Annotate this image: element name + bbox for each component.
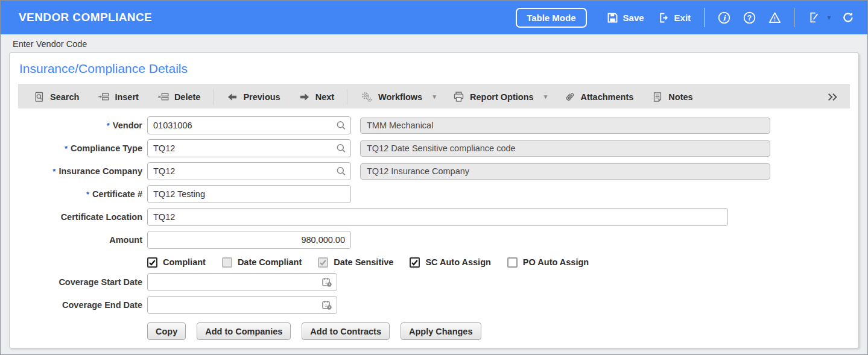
coverage-end-date-picker-icon[interactable]: 1 [321,299,333,311]
vendor-compliance-window: VENDOR COMPLIANCE Table Mode Save Exit i [0,0,868,355]
exit-button[interactable]: Exit [653,9,696,27]
certificate-number-input[interactable] [147,185,351,203]
report-options-button[interactable]: Report Options [443,85,543,108]
insurance-company-display: TQ12 Insurance Company [360,163,770,180]
amount-input[interactable] [147,231,351,249]
report-options-dropdown-caret[interactable]: ▼ [543,93,555,100]
checkbox-compliant[interactable]: Compliant [147,257,206,268]
next-arrow-icon [299,91,311,103]
workflows-dropdown-caret[interactable]: ▼ [431,93,443,100]
coverage-start-date-row: Coverage Start Date 1 [18,273,850,291]
refresh-icon [841,11,855,24]
help-icon: ? [743,11,756,25]
header-divider [704,8,705,27]
insert-label: Insert [115,92,139,102]
edit-note-dropdown-caret[interactable]: ▼ [826,14,832,21]
panel-title: Insurance/Compliance Details [19,61,849,76]
checkbox-label: Date Sensitive [334,257,393,267]
warning-button[interactable] [764,7,785,28]
header-divider [794,8,794,27]
next-label: Next [315,92,334,102]
delete-button[interactable]: Delete [148,85,210,108]
svg-text:1: 1 [325,280,328,284]
checkbox-label: PO Auto Assign [523,257,589,267]
required-marker: * [52,167,55,176]
coverage-end-date-input[interactable] [147,296,337,314]
checkbox-box[interactable] [410,257,420,268]
compliance-form: *Vendor TMM Mechanical *Compliance Type [18,116,850,340]
notes-button[interactable]: Notes [642,85,702,108]
checkbox-date-compliant: Date Compliant [222,257,302,268]
insurance-company-lookup-icon[interactable] [335,166,347,177]
vendor-input[interactable] [147,116,351,134]
add-to-companies-button[interactable]: Add to Companies [197,322,291,340]
compliance-type-lookup-icon[interactable] [335,143,347,154]
save-label: Save [623,13,644,23]
edit-note-icon [807,11,820,24]
coverage-start-date-picker-icon[interactable]: 1 [321,276,333,288]
compliance-type-display: TQ12 Date Sensitive compliance code [360,140,770,157]
info-button[interactable]: i [713,7,735,28]
checkbox-date-sensitive: Date Sensitive [318,257,393,268]
report-options-label: Report Options [470,92,534,102]
table-mode-button[interactable]: Table Mode [516,8,586,28]
insurance-company-input[interactable] [147,162,351,180]
required-marker: * [86,190,89,199]
checkbox-box[interactable] [147,257,157,268]
next-button[interactable]: Next [290,85,343,108]
checkbox-box[interactable] [507,257,518,268]
double-chevron-right-icon [826,92,839,102]
checkbox-label: Date Compliant [238,257,302,267]
apply-changes-button[interactable]: Apply Changes [401,322,481,340]
delete-row-icon [157,90,169,103]
checkbox-box [318,257,328,268]
search-button[interactable]: Search [24,85,88,108]
amount-label: Amount [18,235,142,245]
delete-label: Delete [174,92,201,102]
edit-note-button[interactable] [803,7,825,28]
certificate-location-input[interactable] [147,208,728,226]
coverage-end-date-row: Coverage End Date 1 [18,296,850,314]
previous-button[interactable]: Previous [217,85,289,108]
page-title: VENDOR COMPLIANCE [19,11,152,24]
notes-icon [651,91,664,103]
svg-text:1: 1 [325,303,328,307]
amount-row: Amount [18,231,850,249]
compliance-type-input[interactable] [147,139,351,157]
enter-vendor-code-label: Enter Vendor Code [1,34,867,52]
vendor-row: *Vendor TMM Mechanical [18,116,850,134]
svg-text:?: ? [747,13,751,22]
toolbar-separator [213,89,214,105]
vendor-lookup-icon[interactable] [335,120,347,131]
required-marker: * [107,121,110,130]
attachments-label: Attachments [580,92,633,102]
search-doc-icon [33,91,45,103]
certificate-location-label: Certificate Location [18,212,142,222]
help-button[interactable]: ? [738,7,760,28]
insurance-company-row: *Insurance Company TQ12 Insurance Compan… [18,162,850,180]
vendor-display: TMM Mechanical [360,118,770,134]
save-icon [606,11,619,24]
insert-button[interactable]: Insert [88,85,148,108]
attachments-button[interactable]: Attachments [554,85,642,108]
paperclip-icon [563,91,575,103]
checkbox-po-auto-assign[interactable]: PO Auto Assign [507,257,589,268]
toolbar-overflow-button[interactable] [821,92,844,102]
checkbox-box [222,257,232,268]
add-to-contracts-button[interactable]: Add to Contracts [302,322,390,340]
save-button[interactable]: Save [601,9,649,27]
checkbox-label: Compliant [163,257,206,267]
header-actions: Table Mode Save Exit i [516,7,859,28]
certificate-number-row: *Certificate # [18,185,850,203]
coverage-end-date-label: Coverage End Date [18,300,142,310]
vendor-label: *Vendor [18,121,142,130]
coverage-start-date-input[interactable] [147,273,337,291]
copy-button[interactable]: Copy [147,322,186,340]
refresh-button[interactable] [837,7,859,28]
app-header: VENDOR COMPLIANCE Table Mode Save Exit i [1,1,867,34]
insert-row-icon [97,90,110,103]
checkbox-sc-auto-assign[interactable]: SC Auto Assign [410,257,490,268]
workflows-button[interactable]: Workflows [351,85,431,108]
certificate-number-label: *Certificate # [18,189,142,199]
notes-label: Notes [668,92,692,102]
